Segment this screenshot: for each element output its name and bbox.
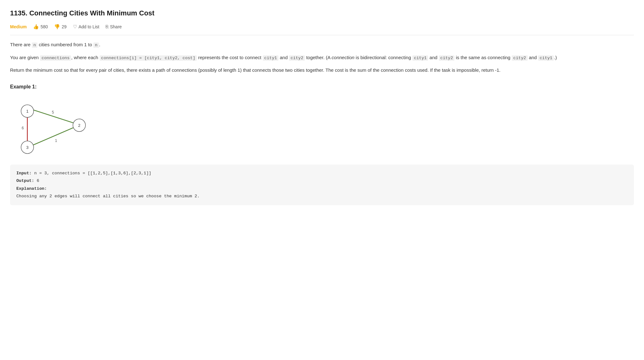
description-line1: There are n cities numbered from 1 to n. [10, 41, 634, 49]
output-label: Output: [16, 178, 34, 183]
desc-text-1b: cities numbered from 1 to [37, 42, 93, 47]
desc-text-2b: , where each [71, 55, 99, 60]
input-value-text: n = 3, connections = [[1,2,5],[1,3,6],[2… [34, 171, 151, 176]
desc-text-2c: represents the cost to connect [197, 55, 262, 60]
share-button[interactable]: ⎘ Share [106, 23, 122, 31]
desc-code-array: connections[i] = [city1, city2, cost] [100, 55, 197, 61]
thumbs-down-icon: 👎 [54, 23, 60, 31]
desc-text-2d: and [278, 55, 289, 60]
desc-text-2f: is bidirectional: connecting [355, 55, 412, 60]
likes-count: 580 [41, 23, 48, 30]
desc-text-1c: . [99, 42, 100, 47]
desc-code-connections: connections [40, 55, 71, 61]
example1-title: Example 1: [10, 83, 634, 91]
desc-text-2h: is the same as connecting [454, 55, 512, 60]
svg-line-2 [33, 127, 74, 145]
svg-text:5: 5 [52, 110, 54, 115]
desc-code-city2a: city2 [289, 55, 305, 61]
description-line2: You are given connections, where each co… [10, 54, 634, 62]
share-label: Share [110, 23, 122, 30]
meta-row: Medium 👍 580 👎 29 ♡ Add to List ⎘ Share [10, 23, 634, 35]
svg-text:1: 1 [55, 138, 57, 143]
svg-text:6: 6 [22, 126, 24, 130]
svg-text:3: 3 [26, 145, 28, 150]
desc-code-n1: n [32, 42, 37, 48]
graph-svg: 5 6 1 1 2 3 [10, 95, 98, 158]
thumbs-up-icon: 👍 [33, 23, 39, 31]
input-label: Input: [16, 171, 32, 176]
desc-text-2g: and [428, 55, 438, 60]
desc-code-n2: n [93, 42, 99, 48]
desc-code-city2b: city2 [439, 55, 455, 61]
svg-text:1: 1 [26, 109, 28, 114]
graph-diagram: 5 6 1 1 2 3 [10, 95, 98, 158]
desc-text-1a: There are [10, 42, 32, 47]
add-to-list-button[interactable]: ♡ Add to List [73, 23, 99, 31]
likes-button[interactable]: 👍 580 [33, 23, 48, 31]
desc-code-city1b: city1 [412, 55, 428, 61]
share-icon: ⎘ [106, 23, 108, 31]
problem-title: 1135. Connecting Cities With Minimum Cos… [10, 8, 634, 19]
dislikes-button[interactable]: 👎 29 [54, 23, 67, 31]
desc-text-2a: You are given [10, 55, 40, 60]
heart-icon: ♡ [73, 23, 77, 31]
difficulty-badge: Medium [10, 23, 27, 30]
example1-output-line: Output: 6 [16, 177, 628, 185]
desc-text-2j: .) [554, 55, 557, 60]
desc-text-2e: together. (A [305, 55, 332, 60]
example1-input-line: Input: n = 3, connections = [[1,2,5],[1,… [16, 170, 628, 177]
desc-italic-connection: connection [332, 55, 355, 60]
svg-text:2: 2 [78, 123, 80, 128]
example1-explanation-text: Choosing any 2 edges will connect all ci… [16, 193, 628, 200]
explanation-label: Explanation: [16, 186, 47, 191]
example1-explanation-label-line: Explanation: [16, 185, 628, 193]
desc-text-2i: and [528, 55, 538, 60]
desc-code-city1a: city1 [263, 55, 279, 61]
add-to-list-label: Add to List [79, 23, 99, 30]
output-value-text: 6 [37, 178, 39, 183]
example1-box: Input: n = 3, connections = [[1,2,5],[1,… [10, 165, 634, 205]
dislikes-count: 29 [62, 23, 67, 30]
desc-code-city2c: city2 [512, 55, 528, 61]
description-line3: Return the minimum cost so that for ever… [10, 66, 634, 74]
desc-code-city1c: city1 [538, 55, 554, 61]
